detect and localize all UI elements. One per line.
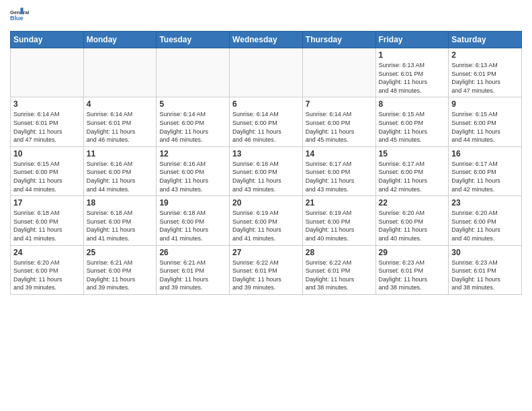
day-info: Sunrise: 6:19 AMSunset: 6:00 PMDaylight:…: [232, 209, 300, 242]
calendar-day-cell: [302, 48, 375, 97]
day-info: Sunrise: 6:14 AMSunset: 6:00 PMDaylight:…: [159, 110, 226, 144]
calendar-day-cell: 1Sunrise: 6:13 AMSunset: 6:01 PMDaylight…: [375, 48, 449, 97]
calendar-table: SundayMondayTuesdayWednesdayThursdayFrid…: [10, 31, 522, 295]
calendar-day-cell: 6Sunrise: 6:14 AMSunset: 6:00 PMDaylight…: [230, 97, 303, 146]
weekday-header-monday: Monday: [83, 32, 157, 48]
logo-icon: GeneralBlue: [10, 7, 29, 26]
calendar-day-cell: 20Sunrise: 6:19 AMSunset: 6:00 PMDayligh…: [230, 196, 303, 245]
calendar-day-cell: [11, 48, 84, 97]
logo: GeneralBlue: [10, 7, 29, 26]
day-info: Sunrise: 6:17 AMSunset: 6:00 PMDaylight:…: [451, 160, 519, 193]
calendar-day-cell: 11Sunrise: 6:16 AMSunset: 6:00 PMDayligh…: [83, 146, 157, 195]
day-number: 25: [87, 248, 154, 257]
day-number: 14: [306, 149, 373, 158]
calendar-week-5: 24Sunrise: 6:20 AMSunset: 6:00 PMDayligh…: [11, 245, 522, 294]
calendar-day-cell: 10Sunrise: 6:15 AMSunset: 6:00 PMDayligh…: [11, 146, 84, 195]
day-number: 7: [306, 99, 373, 109]
day-info: Sunrise: 6:22 AMSunset: 6:01 PMDaylight:…: [306, 259, 373, 292]
day-info: Sunrise: 6:20 AMSunset: 6:00 PMDaylight:…: [451, 209, 519, 242]
day-number: 18: [87, 198, 154, 208]
day-info: Sunrise: 6:20 AMSunset: 6:00 PMDaylight:…: [13, 259, 81, 292]
calendar-day-cell: 3Sunrise: 6:14 AMSunset: 6:01 PMDaylight…: [11, 97, 84, 146]
calendar-day-cell: 23Sunrise: 6:20 AMSunset: 6:00 PMDayligh…: [449, 196, 522, 245]
day-number: 22: [379, 198, 446, 208]
day-info: Sunrise: 6:17 AMSunset: 6:00 PMDaylight:…: [379, 160, 446, 193]
day-number: 15: [379, 149, 446, 158]
day-number: 20: [232, 198, 300, 208]
day-info: Sunrise: 6:14 AMSunset: 6:01 PMDaylight:…: [87, 110, 154, 144]
calendar-week-3: 10Sunrise: 6:15 AMSunset: 6:00 PMDayligh…: [11, 146, 522, 195]
day-number: 9: [451, 99, 519, 109]
calendar-day-cell: 19Sunrise: 6:18 AMSunset: 6:00 PMDayligh…: [157, 196, 230, 245]
calendar-day-cell: 14Sunrise: 6:17 AMSunset: 6:00 PMDayligh…: [302, 146, 375, 195]
calendar-day-cell: 13Sunrise: 6:16 AMSunset: 6:00 PMDayligh…: [230, 146, 303, 195]
day-info: Sunrise: 6:13 AMSunset: 6:01 PMDaylight:…: [451, 61, 519, 95]
day-number: 12: [159, 149, 226, 158]
calendar-day-cell: 17Sunrise: 6:18 AMSunset: 6:00 PMDayligh…: [11, 196, 84, 245]
svg-text:Blue: Blue: [10, 15, 24, 21]
day-number: 1: [379, 50, 446, 60]
day-number: 17: [13, 198, 81, 208]
calendar-day-cell: 29Sunrise: 6:23 AMSunset: 6:01 PMDayligh…: [375, 245, 449, 294]
weekday-header-thursday: Thursday: [302, 32, 375, 48]
weekday-header-friday: Friday: [375, 32, 449, 48]
calendar-day-cell: 24Sunrise: 6:20 AMSunset: 6:00 PMDayligh…: [11, 245, 84, 294]
day-number: 11: [87, 149, 154, 158]
calendar-week-4: 17Sunrise: 6:18 AMSunset: 6:00 PMDayligh…: [11, 196, 522, 245]
day-info: Sunrise: 6:14 AMSunset: 6:01 PMDaylight:…: [13, 110, 81, 144]
day-number: 16: [451, 149, 519, 158]
calendar-day-cell: 4Sunrise: 6:14 AMSunset: 6:01 PMDaylight…: [83, 97, 157, 146]
calendar-day-cell: 25Sunrise: 6:21 AMSunset: 6:00 PMDayligh…: [83, 245, 157, 294]
day-info: Sunrise: 6:15 AMSunset: 6:00 PMDaylight:…: [379, 110, 446, 144]
weekday-header-row: SundayMondayTuesdayWednesdayThursdayFrid…: [11, 32, 522, 48]
calendar-day-cell: 2Sunrise: 6:13 AMSunset: 6:01 PMDaylight…: [449, 48, 522, 97]
calendar-day-cell: 5Sunrise: 6:14 AMSunset: 6:00 PMDaylight…: [157, 97, 230, 146]
calendar-day-cell: 7Sunrise: 6:14 AMSunset: 6:00 PMDaylight…: [302, 97, 375, 146]
day-info: Sunrise: 6:14 AMSunset: 6:00 PMDaylight:…: [232, 110, 300, 144]
day-info: Sunrise: 6:15 AMSunset: 6:00 PMDaylight:…: [451, 110, 519, 144]
day-info: Sunrise: 6:13 AMSunset: 6:01 PMDaylight:…: [379, 61, 446, 95]
calendar-day-cell: 12Sunrise: 6:16 AMSunset: 6:00 PMDayligh…: [157, 146, 230, 195]
day-info: Sunrise: 6:18 AMSunset: 6:00 PMDaylight:…: [13, 209, 81, 242]
day-info: Sunrise: 6:16 AMSunset: 6:00 PMDaylight:…: [159, 160, 226, 193]
day-info: Sunrise: 6:23 AMSunset: 6:01 PMDaylight:…: [451, 259, 519, 292]
calendar-day-cell: 18Sunrise: 6:18 AMSunset: 6:00 PMDayligh…: [83, 196, 157, 245]
calendar-day-cell: 27Sunrise: 6:22 AMSunset: 6:01 PMDayligh…: [230, 245, 303, 294]
calendar-day-cell: 26Sunrise: 6:21 AMSunset: 6:01 PMDayligh…: [157, 245, 230, 294]
calendar-day-cell: 16Sunrise: 6:17 AMSunset: 6:00 PMDayligh…: [449, 146, 522, 195]
weekday-header-sunday: Sunday: [11, 32, 84, 48]
day-number: 21: [306, 198, 373, 208]
day-info: Sunrise: 6:23 AMSunset: 6:01 PMDaylight:…: [379, 259, 446, 292]
calendar-day-cell: [157, 48, 230, 97]
calendar-day-cell: 8Sunrise: 6:15 AMSunset: 6:00 PMDaylight…: [375, 97, 449, 146]
day-number: 26: [159, 248, 226, 257]
calendar-week-2: 3Sunrise: 6:14 AMSunset: 6:01 PMDaylight…: [11, 97, 522, 146]
calendar-day-cell: 21Sunrise: 6:19 AMSunset: 6:00 PMDayligh…: [302, 196, 375, 245]
day-number: 29: [379, 248, 446, 257]
day-info: Sunrise: 6:17 AMSunset: 6:00 PMDaylight:…: [306, 160, 373, 193]
day-info: Sunrise: 6:16 AMSunset: 6:00 PMDaylight:…: [232, 160, 300, 193]
day-info: Sunrise: 6:22 AMSunset: 6:01 PMDaylight:…: [232, 259, 300, 292]
day-number: 24: [13, 248, 81, 257]
day-number: 30: [451, 248, 519, 257]
day-number: 28: [306, 248, 373, 257]
day-number: 8: [379, 99, 446, 109]
weekday-header-wednesday: Wednesday: [230, 32, 303, 48]
calendar-day-cell: 30Sunrise: 6:23 AMSunset: 6:01 PMDayligh…: [449, 245, 522, 294]
day-info: Sunrise: 6:14 AMSunset: 6:00 PMDaylight:…: [306, 110, 373, 144]
calendar-week-1: 1Sunrise: 6:13 AMSunset: 6:01 PMDaylight…: [11, 48, 522, 97]
day-number: 10: [13, 149, 81, 158]
day-info: Sunrise: 6:19 AMSunset: 6:00 PMDaylight:…: [306, 209, 373, 242]
day-number: 2: [451, 50, 519, 60]
day-number: 5: [159, 99, 226, 109]
day-info: Sunrise: 6:21 AMSunset: 6:00 PMDaylight:…: [87, 259, 154, 292]
day-number: 27: [232, 248, 300, 257]
day-info: Sunrise: 6:21 AMSunset: 6:01 PMDaylight:…: [159, 259, 226, 292]
day-number: 23: [451, 198, 519, 208]
weekday-header-tuesday: Tuesday: [157, 32, 230, 48]
day-number: 19: [159, 198, 226, 208]
calendar-day-cell: 15Sunrise: 6:17 AMSunset: 6:00 PMDayligh…: [375, 146, 449, 195]
day-info: Sunrise: 6:16 AMSunset: 6:00 PMDaylight:…: [87, 160, 154, 193]
day-info: Sunrise: 6:18 AMSunset: 6:00 PMDaylight:…: [87, 209, 154, 242]
day-number: 4: [87, 99, 154, 109]
